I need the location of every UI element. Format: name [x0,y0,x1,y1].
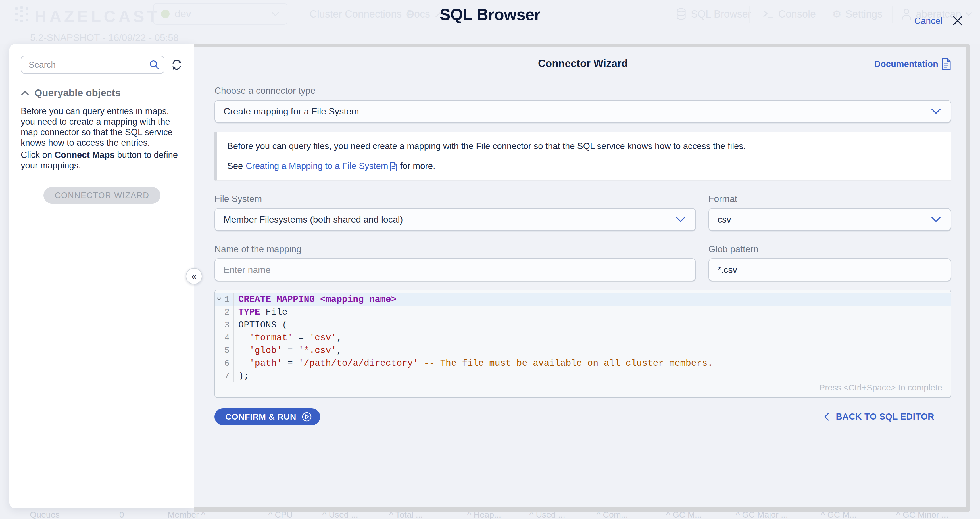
page-title: SQL Browser [0,5,980,24]
chevron-up-icon [21,90,29,96]
backdrop-version-row: 5.2-SNAPSHOT - 16/09/22 - 05:58 [0,29,980,44]
glob-pattern-input[interactable] [708,259,951,281]
chevron-down-icon [931,216,941,222]
file-system-select[interactable]: Member Filesystems (both shared and loca… [215,208,696,231]
line-number: 4 [215,331,234,344]
code-line[interactable]: 4 'format' = 'csv', [215,331,951,344]
info-text: Before you can query files, you need cre… [227,141,940,152]
code-line[interactable]: 2TYPE File [215,306,951,319]
close-icon[interactable] [951,14,964,27]
line-number: 1 [215,293,234,306]
glob-pattern-label: Glob pattern [708,244,951,254]
chevron-down-icon [676,216,686,222]
code-text: TYPE File [234,307,288,317]
toolbar-divider [405,30,405,43]
fold-caret-icon[interactable] [216,297,221,300]
info-see: See [227,160,243,172]
code-text: ); [234,371,249,381]
autocomplete-hint: Press <Ctrl+Space> to complete [819,383,942,392]
search-icon [149,60,159,70]
mapping-docs-link[interactable]: Creating a Mapping to a File System [246,160,388,172]
line-number: 3 [215,319,234,331]
sql-code-editor[interactable]: 1CREATE MAPPING <mapping name>2TYPE File… [215,290,951,398]
file-system-label: File System [215,194,696,204]
sidebar-cta-text: Click on Connect Maps button to define y… [21,150,183,171]
chevron-left-icon [824,412,829,421]
backdrop-column-label: 0 [119,510,124,519]
cancel-button[interactable]: Cancel [914,16,942,26]
format-select[interactable]: csv [708,208,951,231]
line-number: 2 [215,306,234,319]
search-field [21,56,164,73]
code-line[interactable]: 3OPTIONS ( [215,319,951,331]
queryable-objects-sidebar: Queryable objects Before you can query e… [10,44,194,508]
section-title: Queryable objects [34,87,121,98]
collapse-sidebar-button[interactable]: « [186,268,202,284]
search-input[interactable] [21,56,164,73]
refresh-button[interactable] [170,58,183,71]
code-text: 'format' = 'csv', [234,332,342,343]
mapping-name-input[interactable] [215,259,696,281]
line-number: 5 [215,344,234,357]
mapping-name-label: Name of the mapping [215,244,696,254]
backdrop-column-label: Queues [30,510,60,519]
code-lines: 1CREATE MAPPING <mapping name>2TYPE File… [215,290,951,383]
documentation-link[interactable]: Documentation [874,58,951,70]
connector-type-select[interactable]: Create mapping for a File System [215,100,951,123]
sidebar-intro-text: Before you can query entries in maps, yo… [21,106,183,148]
document-icon [941,58,951,70]
info-box: Before you can query files, you need cre… [215,132,951,181]
code-line[interactable]: 1CREATE MAPPING <mapping name> [215,293,951,306]
code-line[interactable]: 5 'glob' = '*.csv', [215,344,951,357]
wizard-title: Connector Wizard [215,58,951,70]
connector-wizard-button[interactable]: CONNECTOR WIZARD [43,187,161,203]
code-text: 'glob' = '*.csv', [234,345,342,356]
line-number: 6 [215,357,234,370]
code-text: OPTIONS ( [234,320,288,330]
chevron-down-icon [931,108,941,114]
format-label: Format [708,194,951,204]
code-text: CREATE MAPPING <mapping name> [234,294,396,305]
document-icon [390,162,398,172]
version-label: 5.2-SNAPSHOT - 16/09/22 - 05:58 [30,32,179,43]
line-number: 7 [215,370,234,383]
code-line[interactable]: 6 'path' = '/path/to/a/directory' -- The… [215,357,951,370]
confirm-run-button[interactable]: CONFIRM & RUN [215,408,320,425]
info-more: for more. [400,160,436,172]
queryable-objects-toggle[interactable]: Queryable objects [21,87,183,98]
connector-wizard-panel: Connector Wizard Documentation Choose a … [194,44,970,513]
code-text: 'path' = '/path/to/a/directory' -- The f… [234,358,713,368]
play-circle-icon [301,411,312,422]
connector-type-label: Choose a connector type [215,86,951,96]
refresh-icon [170,58,183,71]
back-to-sql-editor-link[interactable]: BACK TO SQL EDITOR [824,412,934,422]
cancel-group: Cancel [914,14,964,27]
code-line[interactable]: 7); [215,370,951,383]
